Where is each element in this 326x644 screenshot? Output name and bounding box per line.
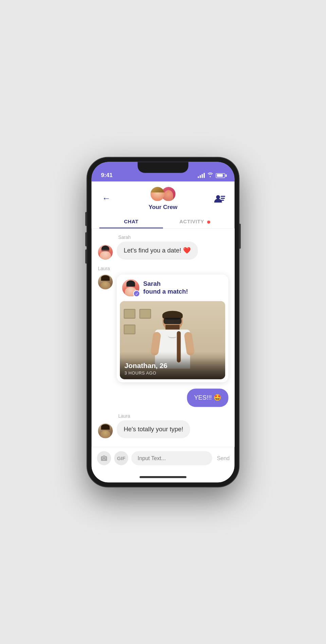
- tabs: CHAT ACTIVITY: [99, 214, 227, 228]
- notch: [138, 162, 188, 173]
- input-bar: GIF Send: [92, 447, 235, 471]
- match-avatar-wrap: ✓: [122, 279, 139, 296]
- avatar-sarah-1: [98, 245, 113, 260]
- message-row-own: YES!!! 🤩: [98, 388, 228, 406]
- header-center: Your Crew: [149, 186, 178, 210]
- bubble-own: YES!!! 🤩: [187, 388, 228, 406]
- message-group-1: Sarah Let's find you a date! ❤️: [98, 234, 228, 260]
- message-group-4: Laura He's totally your type!: [98, 413, 228, 438]
- match-found-text: Sarahfound a match!: [143, 280, 188, 296]
- bubble-text-sarah-1: Let's find you a date! ❤️: [124, 247, 191, 254]
- tab-chat[interactable]: CHAT: [99, 214, 163, 228]
- back-button[interactable]: ←: [99, 191, 113, 205]
- message-input[interactable]: [131, 451, 212, 465]
- activity-dot: [207, 220, 210, 223]
- message-row-laura-2: He's totally your type!: [98, 420, 228, 438]
- gif-label: GIF: [117, 455, 125, 461]
- sender-name-sarah-1: Sarah: [118, 234, 228, 240]
- match-photo: Jonathan, 26 3 HOURS AGO: [120, 301, 225, 379]
- signal-icon: [198, 173, 205, 178]
- battery-icon: [216, 173, 225, 178]
- chat-header: ←: [92, 181, 235, 228]
- message-group-2: Laura: [98, 266, 228, 382]
- match-info-overlay: Jonathan, 26 3 HOURS AGO: [120, 358, 225, 379]
- wifi-icon: [207, 172, 213, 178]
- tab-activity[interactable]: ACTIVITY: [163, 214, 227, 228]
- bubble-laura-2: He's totally your type!: [116, 420, 190, 438]
- contacts-button[interactable]: [213, 191, 227, 205]
- match-card[interactable]: ✓ Sarahfound a match!: [116, 275, 228, 382]
- back-arrow-icon: ←: [102, 193, 111, 203]
- message-row-1: Let's find you a date! ❤️: [98, 242, 228, 260]
- camera-button[interactable]: [97, 451, 111, 465]
- camera-icon: [101, 455, 107, 461]
- status-icons: [198, 172, 225, 178]
- status-time: 9:41: [101, 172, 113, 178]
- svg-point-4: [103, 457, 105, 459]
- bubble-text-own: YES!!! 🤩: [194, 394, 221, 401]
- contacts-icon: [214, 194, 225, 202]
- svg-point-0: [216, 195, 220, 199]
- crew-title: Your Crew: [149, 203, 178, 210]
- phone-screen: 9:41: [92, 162, 235, 482]
- crew-avatars: [150, 186, 176, 202]
- match-time: 3 HOURS AGO: [124, 371, 220, 376]
- card-message-row: ✓ Sarahfound a match!: [98, 275, 228, 382]
- send-button[interactable]: Send: [215, 455, 231, 461]
- home-bar: [140, 476, 186, 478]
- home-indicator: [92, 471, 235, 482]
- avatar-laura-1: [98, 275, 113, 290]
- match-name: Jonathan, 26: [124, 362, 220, 370]
- crew-avatar-1: [150, 186, 165, 202]
- phone-frame: 9:41: [87, 157, 239, 487]
- match-card-header: ✓ Sarahfound a match!: [116, 275, 228, 301]
- gif-button[interactable]: GIF: [114, 451, 128, 465]
- sender-name-laura-2: Laura: [118, 413, 228, 418]
- match-check-icon: ✓: [133, 290, 140, 297]
- sender-name-laura-1: Laura: [98, 266, 228, 271]
- bubble-sarah-1: Let's find you a date! ❤️: [116, 242, 198, 260]
- message-group-3: YES!!! 🤩: [98, 388, 228, 406]
- bubble-text-laura-2: He's totally your type!: [124, 425, 183, 432]
- avatar-laura-2: [98, 423, 113, 438]
- chat-area: Sarah Let's find you a date! ❤️: [92, 228, 235, 447]
